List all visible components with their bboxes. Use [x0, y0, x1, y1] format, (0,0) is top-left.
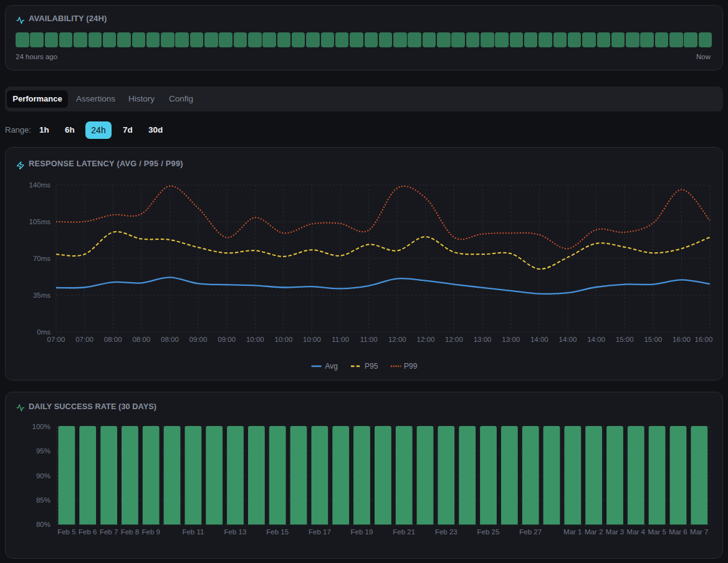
- svg-text:Mar 4: Mar 4: [627, 528, 646, 536]
- svg-text:Feb 27: Feb 27: [519, 528, 542, 536]
- svg-text:Feb 21: Feb 21: [393, 528, 415, 536]
- svg-text:13:00: 13:00: [502, 336, 520, 343]
- svg-text:Feb 19: Feb 19: [351, 528, 373, 536]
- svg-text:Mar 1: Mar 1: [563, 528, 582, 536]
- svg-text:Avg: Avg: [325, 362, 338, 371]
- svg-text:100%: 100%: [32, 423, 50, 430]
- svg-text:12:00: 12:00: [445, 336, 463, 343]
- svg-text:13:00: 13:00: [474, 336, 492, 343]
- svg-text:Feb 11: Feb 11: [182, 528, 204, 536]
- svg-text:Feb 23: Feb 23: [435, 528, 457, 536]
- svg-text:14:00: 14:00: [530, 336, 548, 343]
- svg-text:14:00: 14:00: [559, 336, 577, 343]
- svg-text:07:00: 07:00: [75, 336, 93, 343]
- svg-text:08:00: 08:00: [104, 336, 122, 343]
- svg-text:95%: 95%: [36, 447, 50, 455]
- svg-text:16:00: 16:00: [695, 336, 713, 343]
- svg-text:10:00: 10:00: [246, 336, 264, 343]
- svg-text:Feb 7: Feb 7: [100, 528, 118, 536]
- svg-text:Mar 5: Mar 5: [648, 528, 666, 536]
- svg-text:0ms: 0ms: [37, 328, 50, 336]
- svg-text:Mar 7: Mar 7: [690, 528, 708, 536]
- svg-text:Feb 9: Feb 9: [141, 528, 160, 536]
- svg-text:14:00: 14:00: [587, 336, 605, 343]
- svg-text:07:00: 07:00: [47, 336, 65, 343]
- svg-text:Mar 3: Mar 3: [606, 528, 624, 536]
- svg-text:70ms: 70ms: [33, 255, 50, 262]
- svg-text:P99: P99: [404, 362, 418, 371]
- svg-text:09:00: 09:00: [218, 336, 236, 343]
- svg-text:12:00: 12:00: [417, 336, 435, 343]
- svg-text:09:00: 09:00: [189, 336, 208, 343]
- svg-text:08:00: 08:00: [161, 336, 179, 343]
- svg-text:11:00: 11:00: [332, 336, 349, 343]
- svg-text:Feb 17: Feb 17: [309, 528, 331, 536]
- svg-text:90%: 90%: [36, 472, 50, 480]
- svg-text:12:00: 12:00: [388, 336, 406, 343]
- svg-text:85%: 85%: [36, 496, 50, 504]
- svg-text:Mar 6: Mar 6: [669, 528, 687, 536]
- svg-text:Mar 2: Mar 2: [585, 528, 603, 536]
- svg-text:Feb 15: Feb 15: [266, 528, 289, 536]
- svg-text:11:00: 11:00: [360, 336, 378, 343]
- svg-text:Feb 13: Feb 13: [224, 528, 247, 536]
- svg-text:15:00: 15:00: [644, 336, 662, 343]
- svg-text:35ms: 35ms: [33, 291, 50, 299]
- svg-text:Feb 25: Feb 25: [477, 528, 500, 536]
- svg-text:08:00: 08:00: [132, 336, 150, 343]
- svg-text:Feb 6: Feb 6: [79, 528, 97, 536]
- svg-text:Feb 5: Feb 5: [57, 528, 75, 536]
- svg-text:Feb 8: Feb 8: [121, 528, 139, 536]
- svg-text:10:00: 10:00: [275, 336, 293, 343]
- svg-text:80%: 80%: [36, 521, 50, 528]
- svg-text:105ms: 105ms: [29, 218, 50, 225]
- svg-text:16:00: 16:00: [673, 336, 691, 343]
- svg-text:10:00: 10:00: [303, 336, 321, 343]
- svg-text:15:00: 15:00: [616, 336, 634, 343]
- svg-text:140ms: 140ms: [29, 181, 50, 189]
- svg-text:P95: P95: [365, 362, 378, 371]
